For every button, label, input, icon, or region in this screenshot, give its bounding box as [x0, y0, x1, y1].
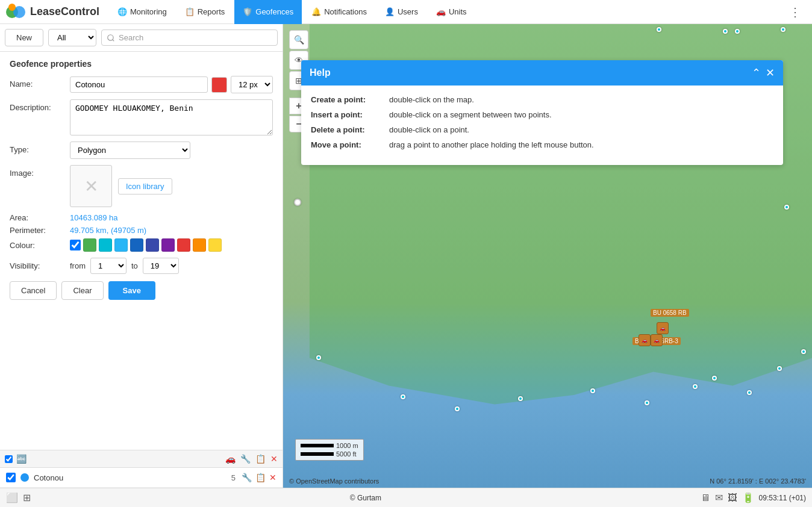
scale-line-2: 5000 ft: [301, 450, 358, 458]
item-wrench-icon[interactable]: 🔧: [242, 473, 252, 482]
form-type-row: Type: Polygon: [10, 142, 273, 159]
colour-lightblue[interactable]: [114, 238, 128, 252]
status-screen-icon[interactable]: 🖥: [701, 493, 710, 503]
polygon-dot: [455, 406, 460, 411]
icon-library-button[interactable]: Icon library: [118, 178, 172, 194]
car-group-1: BU 0658 RB 🚗: [657, 322, 669, 334]
search-input[interactable]: [101, 30, 278, 46]
form-title: Geofence properties: [10, 59, 273, 69]
polygon-dot: [590, 388, 595, 393]
status-window-icon[interactable]: ⬜: [6, 492, 18, 503]
area-value: 10463.089 ha: [70, 213, 118, 222]
geofence-form: Geofence properties Name: 12 px Descript…: [0, 52, 283, 450]
help-key-1: Insert a point:: [311, 110, 389, 119]
colour-red[interactable]: [177, 238, 190, 252]
search-tool-button[interactable]: 🔍: [289, 30, 308, 49]
vis-from-text: from: [70, 261, 86, 270]
item-delete-icon[interactable]: ✕: [269, 473, 276, 482]
app-logo[interactable]: LeaseControl: [5, 1, 99, 23]
help-row-1: Insert a point: double-click on a segmen…: [311, 110, 773, 119]
help-row-0: Create a point: double-click on the map.: [311, 95, 773, 104]
list-copy-icon[interactable]: 📋: [255, 454, 266, 464]
form-name-row: Name: 12 px: [10, 76, 273, 93]
item-count: 5: [231, 473, 236, 482]
name-input[interactable]: [70, 76, 208, 93]
top-nav: LeaseControl 🌐 Monitoring 📋 Reports 🛡️ G…: [0, 0, 812, 24]
visibility-label: Visibility:: [10, 261, 70, 270]
colour-label: Colour:: [10, 241, 70, 250]
colour-orange[interactable]: [193, 238, 206, 252]
help-row-3: Move a point: drag a point to another pl…: [311, 140, 773, 149]
name-controls: 12 px: [70, 76, 273, 93]
filter-select[interactable]: All: [48, 29, 96, 46]
vis-from-select[interactable]: 1: [90, 258, 126, 274]
colour-indigo[interactable]: [146, 238, 159, 252]
colour-swatches: [70, 238, 222, 252]
area-row: Area: 10463.089 ha: [10, 213, 273, 222]
polygon-dot: [801, 349, 806, 354]
font-size-select[interactable]: 12 px: [231, 76, 273, 93]
help-close-button[interactable]: ✕: [766, 66, 775, 79]
help-value-3: drag a point to another place holding th…: [389, 140, 594, 149]
status-center: © Gurtam: [31, 494, 701, 502]
new-button[interactable]: New: [5, 29, 43, 46]
name-color-swatch[interactable]: [211, 77, 227, 93]
polygon-dot: [712, 376, 717, 381]
list-header-checkbox[interactable]: [5, 455, 13, 463]
colour-green[interactable]: [83, 238, 96, 252]
status-email-icon[interactable]: ✉: [715, 492, 723, 503]
scale-bar-1000m: [301, 444, 334, 447]
list-delete-icon[interactable]: ✕: [270, 454, 278, 464]
colour-row: Colour:: [10, 238, 273, 252]
polygon-dot: [645, 400, 649, 405]
nav-geofences[interactable]: 🛡️ Geofences: [234, 0, 302, 24]
status-right: 🖥 ✉ 🖼 🔋 09:53:11 (+01): [701, 492, 806, 503]
sort-az-icon[interactable]: 🔤: [16, 454, 27, 464]
status-image-icon[interactable]: 🖼: [728, 493, 737, 503]
help-collapse-button[interactable]: ⌃: [752, 66, 761, 79]
image-label: Image:: [10, 165, 70, 178]
colour-teal[interactable]: [99, 238, 112, 252]
help-content: Create a point: double-click on the map.…: [301, 86, 783, 165]
logo-icon: [5, 1, 27, 23]
notifications-icon: 🔔: [311, 7, 321, 16]
left-toolbar: New All: [0, 24, 283, 52]
perimeter-label: Perimeter:: [10, 226, 70, 235]
item-copy-icon[interactable]: 📋: [255, 473, 266, 482]
help-value-1: double-click on a segment between two po…: [389, 110, 552, 119]
map-area[interactable]: 🔍 👁 ⊞ + − BU 0658 RB 🚗 BD AS 18: [283, 24, 812, 488]
nav-units[interactable]: 🚗 Units: [428, 0, 475, 24]
polygon-dot: [657, 27, 661, 32]
status-battery-icon: 🔋: [742, 492, 754, 503]
nav-users[interactable]: 👤 Users: [376, 0, 426, 24]
vis-to-select[interactable]: 19: [143, 258, 179, 274]
item-checkbox[interactable]: [6, 473, 16, 482]
status-time: 09:53:11 (+01): [759, 494, 806, 502]
cancel-button[interactable]: Cancel: [10, 281, 57, 300]
car-label-1: BU 0658 RB: [651, 309, 689, 317]
area-label: Area:: [10, 213, 70, 222]
description-textarea[interactable]: GODOMEY HLOUAKOMEY, Benin: [70, 99, 273, 135]
polygon-dot-white: [294, 199, 301, 206]
colour-purple[interactable]: [161, 238, 175, 252]
clear-button[interactable]: Clear: [61, 281, 103, 300]
nav-more-button[interactable]: ⋮: [783, 5, 807, 19]
visibility-row: Visibility: from 1 to 19: [10, 258, 273, 274]
help-header-icons: ⌃ ✕: [752, 66, 775, 79]
list-wrench-icon[interactable]: 🔧: [240, 454, 251, 464]
colour-yellow[interactable]: [208, 238, 222, 252]
colour-checkbox[interactable]: [70, 240, 81, 250]
nav-monitoring[interactable]: 🌐 Monitoring: [109, 0, 175, 24]
save-button[interactable]: Save: [108, 281, 155, 300]
nav-notifications[interactable]: 🔔 Notifications: [303, 0, 375, 24]
item-dot: [20, 473, 29, 482]
no-image-icon: ✕: [84, 176, 98, 196]
type-label: Type:: [10, 142, 70, 154]
colour-darkblue[interactable]: [130, 238, 143, 252]
list-car-icon[interactable]: 🚗: [225, 454, 236, 464]
app-name: LeaseControl: [30, 5, 99, 18]
type-select[interactable]: Polygon: [70, 142, 190, 159]
polygon-dot: [316, 355, 321, 360]
nav-reports[interactable]: 📋 Reports: [176, 0, 234, 24]
status-grid-icon[interactable]: ⊞: [23, 492, 31, 503]
